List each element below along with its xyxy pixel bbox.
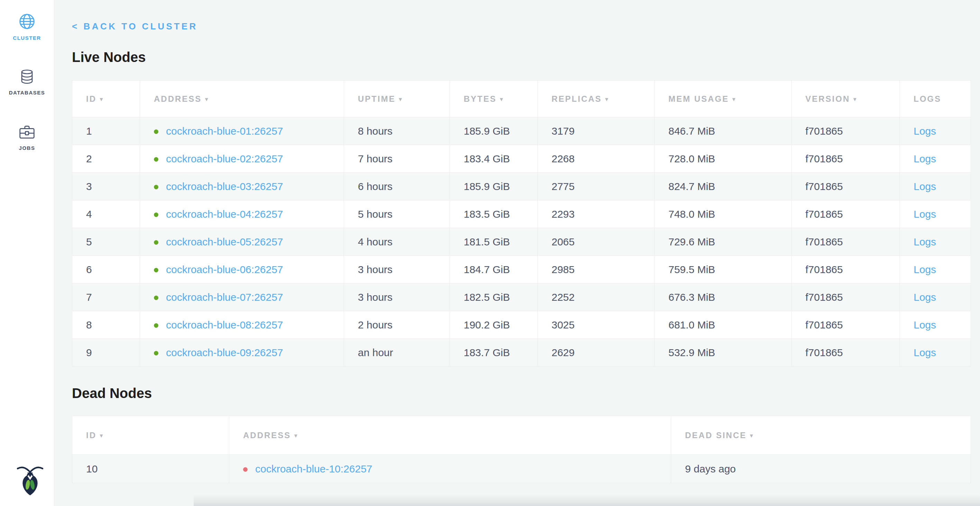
node-address-link[interactable]: cockroach-blue-03:26257 — [166, 181, 283, 192]
column-header-id[interactable]: ID▾ — [72, 416, 229, 455]
logs-link[interactable]: Logs — [913, 291, 936, 303]
sort-arrow-icon: ▾ — [205, 96, 209, 102]
column-header-label: MEM USAGE — [668, 94, 729, 104]
table-cell-mem_usage: 748.0 MiB — [655, 200, 792, 228]
column-header-dead_since[interactable]: DEAD SINCE▾ — [671, 416, 971, 455]
node-address-link[interactable]: cockroach-blue-02:26257 — [166, 153, 283, 164]
node-address-link[interactable]: cockroach-blue-10:26257 — [255, 463, 372, 474]
column-header-logs: LOGS — [900, 81, 971, 117]
cell-bytes: 185.9 GiB — [464, 125, 510, 137]
table-cell-version: f701865 — [792, 117, 900, 145]
cell-replicas: 2252 — [552, 291, 575, 303]
node-status-dot-dead — [243, 467, 248, 472]
table-cell-replicas: 2268 — [538, 145, 655, 173]
sort-arrow-icon: ▾ — [732, 96, 736, 102]
sidebar-item-cluster[interactable]: CLUSTER — [0, 13, 54, 41]
table-cell-bytes: 185.9 GiB — [450, 117, 538, 145]
sort-arrow-icon: ▾ — [500, 96, 504, 102]
node-status-dot-live — [154, 240, 158, 245]
column-header-address[interactable]: ADDRESS▾ — [229, 416, 671, 455]
sidebar-item-databases[interactable]: DATABASES — [0, 69, 54, 96]
cell-version: f701865 — [805, 125, 843, 137]
cell-replicas: 2629 — [552, 347, 575, 358]
table-cell-id: 9 — [72, 339, 140, 367]
table-cell-bytes: 183.5 GiB — [450, 200, 538, 228]
cockroachdb-logo[interactable] — [14, 464, 46, 497]
table-cell-bytes: 183.7 GiB — [450, 339, 538, 367]
sidebar-item-jobs[interactable]: JOBS — [0, 123, 54, 151]
cell-replicas: 2775 — [552, 181, 575, 192]
node-address-link[interactable]: cockroach-blue-09:26257 — [166, 347, 283, 358]
main-content: < BACK TO CLUSTER Live Nodes ID▾ADDRESS▾… — [55, 0, 980, 506]
table-cell-logs: Logs — [900, 200, 971, 228]
table-cell-id: 4 — [72, 200, 140, 228]
column-header-bytes[interactable]: BYTES▾ — [450, 81, 538, 117]
node-address-link[interactable]: cockroach-blue-04:26257 — [166, 208, 283, 220]
cell-uptime: 8 hours — [358, 125, 393, 137]
dead-nodes-title: Dead Nodes — [72, 385, 971, 402]
node-status-dot-live — [154, 212, 158, 217]
cell-mem_usage: 824.7 MiB — [668, 181, 715, 192]
node-address-link[interactable]: cockroach-blue-07:26257 — [166, 291, 283, 303]
column-header-uptime[interactable]: UPTIME▾ — [344, 81, 450, 117]
cell-bytes: 183.5 GiB — [464, 208, 510, 220]
node-address-link[interactable]: cockroach-blue-06:26257 — [166, 264, 283, 275]
node-address-link[interactable]: cockroach-blue-08:26257 — [166, 319, 283, 330]
table-cell-logs: Logs — [900, 256, 971, 283]
table-cell-uptime: 3 hours — [344, 283, 450, 311]
table-cell-replicas: 2629 — [538, 339, 655, 367]
cell-uptime: 2 hours — [358, 319, 393, 330]
table-cell-address: cockroach-blue-03:26257 — [140, 173, 344, 200]
cell-bytes: 184.7 GiB — [464, 264, 510, 275]
column-header-id[interactable]: ID▾ — [72, 81, 140, 117]
cell-bytes: 181.5 GiB — [464, 236, 510, 247]
logs-link[interactable]: Logs — [913, 347, 936, 358]
cell-uptime: 3 hours — [358, 291, 393, 303]
column-header-version[interactable]: VERSION▾ — [792, 81, 900, 117]
table-cell-replicas: 2985 — [538, 256, 655, 283]
column-header-mem_usage[interactable]: MEM USAGE▾ — [655, 81, 792, 117]
table-cell-version: f701865 — [792, 256, 900, 283]
node-address-link[interactable]: cockroach-blue-05:26257 — [166, 236, 283, 247]
cell-version: f701865 — [805, 181, 843, 192]
logs-link[interactable]: Logs — [913, 125, 936, 137]
table-cell-address: cockroach-blue-05:26257 — [140, 228, 344, 256]
table-cell-id: 5 — [72, 228, 140, 256]
column-header-address[interactable]: ADDRESS▾ — [140, 81, 344, 117]
table-row: 2cockroach-blue-02:262577 hours183.4 GiB… — [72, 145, 971, 173]
column-header-replicas[interactable]: REPLICAS▾ — [538, 81, 655, 117]
node-status-dot-live — [154, 129, 158, 134]
cell-replicas: 2065 — [552, 236, 575, 247]
table-cell-uptime: 8 hours — [344, 117, 450, 145]
cell-version: f701865 — [805, 264, 843, 275]
table-row: 7cockroach-blue-07:262573 hours182.5 GiB… — [72, 283, 971, 311]
table-row: 1cockroach-blue-01:262578 hours185.9 GiB… — [72, 117, 971, 145]
table-cell-address: cockroach-blue-07:26257 — [140, 283, 344, 311]
column-header-label: UPTIME — [358, 94, 396, 104]
node-address-link[interactable]: cockroach-blue-01:26257 — [166, 125, 283, 137]
cell-bytes: 185.9 GiB — [464, 181, 510, 192]
table-cell-id: 10 — [72, 455, 229, 483]
logs-link[interactable]: Logs — [913, 319, 936, 330]
table-header-row: ID▾ADDRESS▾UPTIME▾BYTES▾REPLICAS▾MEM USA… — [72, 81, 971, 117]
table-cell-version: f701865 — [792, 311, 900, 339]
logs-link[interactable]: Logs — [913, 153, 936, 164]
table-cell-uptime: 7 hours — [344, 145, 450, 173]
logs-link[interactable]: Logs — [913, 208, 936, 220]
back-to-cluster-link[interactable]: < BACK TO CLUSTER — [72, 21, 198, 32]
table-cell-uptime: 2 hours — [344, 311, 450, 339]
cell-version: f701865 — [805, 291, 843, 303]
table-cell-mem_usage: 824.7 MiB — [655, 173, 792, 200]
table-cell-logs: Logs — [900, 283, 971, 311]
cell-version: f701865 — [805, 347, 843, 358]
table-cell-bytes: 181.5 GiB — [450, 228, 538, 256]
logs-link[interactable]: Logs — [913, 181, 936, 192]
table-cell-id: 7 — [72, 283, 140, 311]
table-cell-uptime: 4 hours — [344, 228, 450, 256]
logs-link[interactable]: Logs — [913, 264, 936, 275]
logs-link[interactable]: Logs — [913, 236, 936, 247]
sidebar: CLUSTER DATABASES JOBS — [0, 0, 54, 506]
sidebar-item-label: JOBS — [19, 145, 35, 151]
column-header-label: ID — [86, 94, 97, 104]
column-header-label: LOGS — [913, 94, 941, 104]
